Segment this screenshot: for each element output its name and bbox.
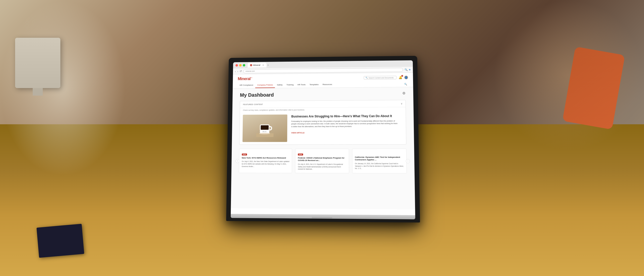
notebook bbox=[36, 224, 84, 258]
news-next-arrow[interactable]: › bbox=[406, 159, 410, 163]
logo-row: Mineral™ 🔍 Search Content and Documents … bbox=[238, 73, 408, 83]
tab-close-button[interactable]: ✕ bbox=[262, 64, 264, 66]
view-article-link[interactable]: VIEW ARTICLE bbox=[291, 132, 305, 134]
mineral-logo: Mineral™ bbox=[238, 76, 252, 81]
featured-header: FEATURED CONTENT ∨ bbox=[240, 100, 406, 108]
nav-item-safety[interactable]: Safety bbox=[275, 82, 285, 88]
dashboard-header: My Dashboard ⚙ bbox=[240, 91, 406, 98]
news-body-1: On July 6, 2021, the New York State Depa… bbox=[242, 160, 290, 168]
svg-rect-2 bbox=[261, 125, 269, 130]
browser-content: Mineral™ 🔍 Search Content and Documents … bbox=[231, 72, 415, 215]
mineral-header: Mineral™ 🔍 Search Content and Documents … bbox=[233, 72, 413, 88]
news-card-3: California: Dynamex ABC Test for Indepen… bbox=[352, 148, 407, 173]
monitor-stand bbox=[33, 88, 43, 96]
tab-favicon: M bbox=[250, 64, 252, 66]
background-monitor bbox=[15, 38, 60, 88]
tab-title: Mineral bbox=[253, 64, 260, 66]
news-body-3: On January 14, 2021, the California Supr… bbox=[355, 162, 404, 170]
laptop: M Mineral ✕ + ‹ › ↺ mineral.com 🔍 ★ bbox=[226, 56, 420, 222]
nav-item-hr-tools[interactable]: HR Tools bbox=[296, 82, 308, 88]
laptop-screen-bezel: M Mineral ✕ + ‹ › ↺ mineral.com 🔍 ★ bbox=[226, 56, 420, 222]
maximize-button[interactable] bbox=[243, 64, 245, 66]
reload-button[interactable]: ↺ bbox=[240, 69, 242, 73]
hands-area bbox=[88, 226, 264, 276]
featured-content-area: BEGIN. Businesses Are Struggling to Hire… bbox=[239, 111, 406, 144]
dashboard-title: My Dashboard bbox=[240, 92, 274, 98]
notification-bell[interactable]: 🔔 1 bbox=[398, 76, 402, 79]
svg-text:BEGIN.: BEGIN. bbox=[263, 131, 267, 132]
header-search[interactable]: 🔍 Search Content and Documents bbox=[364, 76, 396, 80]
news-badge-2: NEW bbox=[298, 153, 303, 155]
address-bar[interactable]: mineral.com bbox=[243, 68, 403, 73]
nav-item-company-policies[interactable]: Company Policies bbox=[255, 82, 275, 88]
notification-badge: 1 bbox=[401, 75, 403, 77]
featured-article-text: Businesses Are Struggling to Hire—Here's… bbox=[287, 114, 403, 142]
browser-tab[interactable]: M Mineral ✕ bbox=[248, 62, 266, 67]
nav-search-icon[interactable]: 🔍 bbox=[404, 83, 407, 85]
close-button[interactable] bbox=[235, 64, 238, 66]
forward-button[interactable]: › bbox=[237, 70, 238, 73]
featured-toggle[interactable]: ∨ bbox=[401, 102, 403, 105]
nav-item-training[interactable]: Training bbox=[285, 82, 296, 88]
tab-bar: M Mineral ✕ + bbox=[248, 61, 410, 67]
news-section: ‹ NEW New York: NYS HERO Act Resources R… bbox=[239, 148, 407, 173]
news-title-3: California: Dynamex ABC Test for Indepen… bbox=[355, 156, 404, 161]
nav-item-templates[interactable]: Templates bbox=[307, 82, 320, 88]
laptop-hinge bbox=[312, 217, 332, 219]
minimize-button[interactable] bbox=[239, 64, 242, 66]
new-tab-button[interactable]: + bbox=[267, 64, 269, 66]
mineral-app: Mineral™ 🔍 Search Content and Documents … bbox=[231, 72, 415, 215]
bookmark-icon[interactable]: ★ bbox=[409, 68, 411, 71]
user-avatar[interactable]: 👤 bbox=[404, 75, 408, 79]
news-title-2: Federal: OSHA's National Emphasis Progra… bbox=[298, 157, 346, 162]
featured-label: FEATURED CONTENT bbox=[243, 103, 263, 105]
news-card-2: NEW Federal: OSHA's National Emphasis Pr… bbox=[295, 148, 349, 173]
mineral-main-content: My Dashboard ⚙ FEATURED CONTENT ∨ Check … bbox=[231, 87, 415, 209]
settings-gear-icon[interactable]: ⚙ bbox=[402, 91, 406, 95]
featured-content-section: FEATURED CONTENT ∨ Check out key news, c… bbox=[239, 100, 406, 145]
article-title: Businesses Are Struggling to Hire—Here's… bbox=[291, 114, 399, 119]
search-placeholder: Search Content and Documents bbox=[369, 76, 394, 78]
back-button[interactable]: ‹ bbox=[235, 70, 236, 73]
news-title-1: New York: NYS HERO Act Resources Release… bbox=[242, 157, 289, 159]
news-body-2: On July 8, 2021, the U.S. Department of … bbox=[298, 163, 346, 170]
news-card-1: NEW New York: NYS HERO Act Resources Rel… bbox=[239, 149, 292, 173]
traffic-lights bbox=[235, 64, 245, 66]
news-badge-1: NEW bbox=[242, 153, 247, 155]
search-icon[interactable]: 🔍 bbox=[405, 68, 408, 71]
nav-item-resources[interactable]: Resources bbox=[320, 82, 334, 88]
article-body: Fortunately for employers looking to hir… bbox=[291, 120, 399, 128]
ambient-light-left bbox=[0, 0, 126, 176]
nav-item-hr-compliance[interactable]: HR Compliance bbox=[238, 82, 255, 88]
toolbar-icons: 🔍 ★ bbox=[405, 68, 411, 71]
news-grid: NEW New York: NYS HERO Act Resources Rel… bbox=[239, 148, 407, 173]
header-right: 🔍 Search Content and Documents 🔔 1 👤 bbox=[364, 75, 408, 79]
coffee-mug-illustration: BEGIN. bbox=[256, 120, 274, 137]
featured-article-image: BEGIN. bbox=[243, 114, 287, 142]
browser-chrome: M Mineral ✕ + ‹ › ↺ mineral.com 🔍 ★ bbox=[231, 60, 415, 215]
